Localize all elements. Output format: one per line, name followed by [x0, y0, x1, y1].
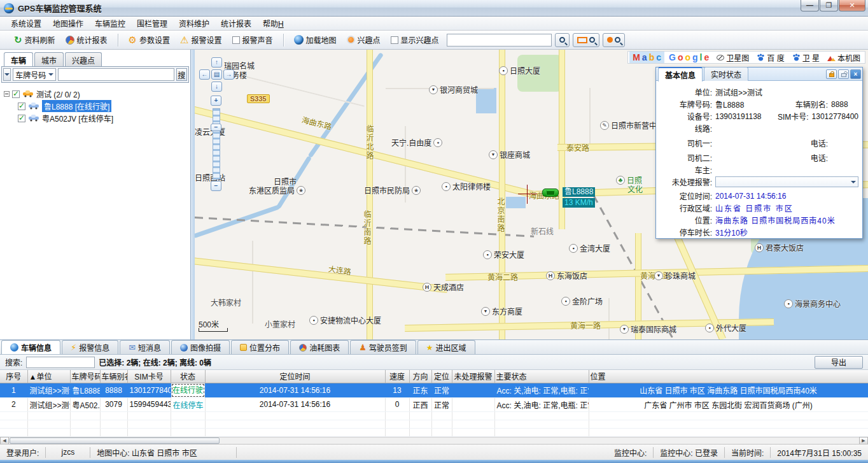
minimize-button[interactable]: — [801, 0, 819, 11]
col-alarm[interactable]: 未处理报警 [452, 370, 494, 383]
provider-satellite[interactable]: 卫星图 [713, 52, 752, 64]
report-button[interactable]: 统计报表 [60, 32, 113, 47]
provider-baidu[interactable]: 百 度 [753, 52, 787, 64]
satellite-icon [717, 55, 724, 61]
tab-area-inout[interactable]: ★进出区域 [417, 340, 475, 354]
tree-vehicle-row[interactable]: 粤A502JV [在线停车] [4, 112, 188, 124]
tab-sms[interactable]: ✉短消息 [120, 340, 170, 354]
cell-sim: 15994594434 [127, 397, 171, 411]
menu-data[interactable]: 资料维护 [173, 17, 215, 30]
col-status[interactable]: 状态 [171, 370, 205, 383]
tab-vehicle-info[interactable]: 车辆信息 [1, 340, 60, 354]
alarm-sound-toggle[interactable]: 报警声音 [227, 32, 278, 47]
search-field-combo[interactable]: 车牌号码 [13, 68, 56, 81]
load-map-button[interactable]: 加载地图 [289, 32, 342, 47]
zoom-slider-track[interactable] [213, 108, 220, 180]
tab-poi[interactable]: 兴趣点 [65, 52, 102, 66]
col-fix[interactable]: 定位 [431, 370, 452, 383]
zoom-slider-thumb[interactable]: − [211, 124, 221, 131]
tab-basic-info[interactable]: 基本信息 [658, 67, 703, 82]
provider-local-map[interactable]: 本机图 [824, 52, 864, 64]
pan-up-button[interactable]: ↑ [211, 57, 222, 68]
col-sim[interactable]: SIM卡号 [127, 370, 171, 383]
table-row[interactable]: 2 测试组>>测试 粤A502... 3079 15994594434 在线停车… [0, 397, 868, 411]
menu-vehicle[interactable]: 车辆监控 [89, 17, 131, 30]
tab-location-distribution[interactable]: 位置分布 [231, 340, 289, 354]
tree-vehicle-label-selected[interactable]: 鲁L8888 [在线行驶] [42, 100, 111, 112]
root-checkbox[interactable] [12, 90, 20, 98]
alarm-dropdown[interactable] [715, 176, 858, 187]
search-button[interactable] [555, 33, 570, 47]
zoom-in-button[interactable]: + [211, 96, 221, 106]
provider-mapabc[interactable]: Mabc [629, 52, 664, 63]
poi-button[interactable]: 兴趣点 [342, 32, 386, 47]
poi-search-input[interactable] [447, 34, 552, 46]
tab-driver-checkin[interactable]: ♟驾驶员签到 [350, 340, 416, 354]
building-icon [705, 324, 714, 332]
col-position[interactable]: 位置 [589, 370, 868, 383]
vehicle-checkbox[interactable] [18, 103, 25, 110]
zoom-out-button[interactable]: − [211, 181, 221, 191]
col-speed[interactable]: 速度 [385, 370, 409, 383]
scrollbar-thumb[interactable] [10, 438, 220, 444]
panel-close-button[interactable]: × [850, 69, 861, 79]
tab-fuel-chart[interactable]: 油耗图表 [290, 340, 349, 354]
menu-fence[interactable]: 围栏管理 [131, 17, 173, 30]
unlock-button[interactable] [838, 69, 849, 79]
alarm-label: 未处理报警: [659, 176, 712, 187]
pan-center-button[interactable]: ▤ [211, 69, 222, 80]
tab-vehicle[interactable]: 车辆 [4, 52, 33, 66]
device-value: 13903191138 [712, 112, 768, 121]
show-poi-toggle[interactable]: 显示兴趣点 [386, 32, 444, 47]
col-plate[interactable]: 车牌号码 [70, 370, 100, 383]
tab-realtime-status[interactable]: 实时状态 [704, 67, 748, 81]
tab-label: 车辆信息 [21, 342, 52, 353]
menu-map[interactable]: 地图操作 [47, 17, 89, 30]
plate-search-button[interactable]: 搜 [176, 68, 187, 81]
menu-system[interactable]: 系统设置 [5, 17, 47, 30]
col-direction[interactable]: 方向 [409, 370, 431, 383]
alarm-sound-checkbox[interactable] [232, 36, 240, 44]
alarm-settings-button[interactable]: ⚠报警设置 [175, 32, 227, 47]
table-row-selected[interactable]: 1 测试组>>测试 鲁L8888 8888 13012778400 在线行驶 2… [0, 383, 868, 397]
close-button[interactable]: ✕ [839, 0, 865, 11]
vehicle-plate-tag[interactable]: 鲁L8888 [563, 187, 595, 197]
col-alias[interactable]: 车辆别名 [100, 370, 127, 383]
col-seq[interactable]: 序号 [0, 370, 27, 383]
tree-root-row[interactable]: 测试 (2/ 0/ 2) [4, 88, 188, 100]
provider-baidu-satellite[interactable]: 卫 星 [789, 52, 823, 64]
tab-image-capture[interactable]: 图像拍摄 [171, 340, 230, 354]
col-unit[interactable]: ▲单位 [27, 370, 70, 383]
menu-report[interactable]: 统计报表 [215, 17, 257, 30]
map-canvas[interactable]: 瑞园名城 商务楼 S335 凌云大厦 日照西站 海曲东路 临沂北路 天宁.自由度… [195, 50, 868, 339]
pan-left-button[interactable]: ← [199, 69, 210, 80]
restore-button[interactable]: ❐ [820, 0, 838, 11]
pan-down-button[interactable]: ↓ [211, 82, 222, 92]
horizontal-scrollbar[interactable]: ◀ ▶ [0, 437, 868, 445]
vehicle-checkbox[interactable] [18, 115, 25, 122]
rect-search-button[interactable] [573, 33, 599, 47]
provider-google[interactable]: Google [666, 52, 712, 63]
title-bar[interactable]: GPS车辆监控管理系统 — ❐ ✕ [0, 0, 868, 17]
search-mode-dropdown[interactable] [3, 68, 11, 81]
pan-right-button[interactable]: → [223, 69, 234, 80]
col-loctime[interactable]: 定位时间 [205, 370, 385, 383]
lock-button[interactable] [826, 69, 837, 79]
col-mainstatus[interactable]: 主要状态 [494, 370, 589, 383]
bottom-search-input[interactable] [26, 357, 95, 368]
collapse-icon[interactable] [4, 91, 10, 97]
map-poi: 太阳律师楼 [442, 181, 491, 192]
dot-search-button[interactable] [603, 33, 625, 47]
tree-vehicle-row[interactable]: 鲁L8888 [在线行驶] [4, 100, 188, 112]
show-poi-checkbox[interactable] [391, 36, 398, 44]
export-button[interactable]: 导出 [815, 356, 863, 369]
vehicle-marker[interactable] [542, 189, 559, 197]
menu-help[interactable]: 帮助H [257, 17, 290, 30]
tab-alarm-info[interactable]: ⚡报警信息 [62, 340, 118, 354]
tree-vehicle-label[interactable]: 粤A502JV [在线停车] [42, 113, 113, 124]
refresh-button[interactable]: ↻资料刷新 [9, 32, 60, 47]
tab-city[interactable]: 城市 [34, 52, 64, 66]
params-button[interactable]: ⚙参数设置 [123, 32, 175, 47]
plate-search-input[interactable] [58, 68, 174, 81]
poi-label: 兴趣点 [358, 34, 381, 45]
